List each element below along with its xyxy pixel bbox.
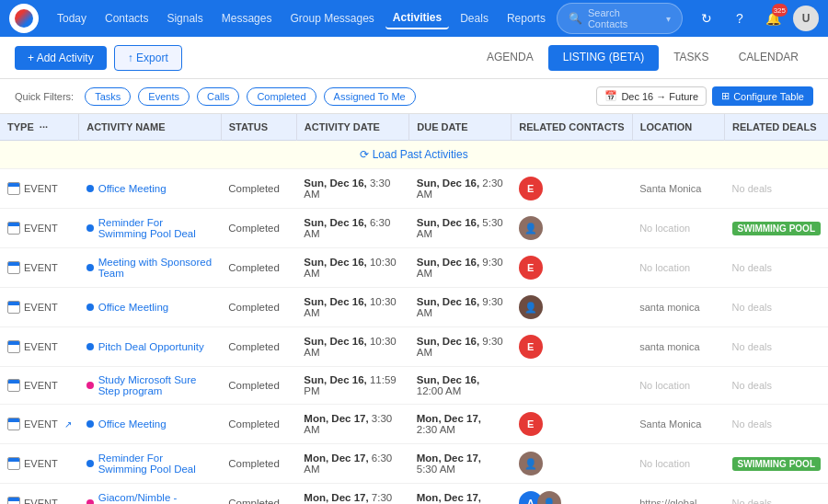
activities-table-wrap: TYPE ··· ACTIVITY NAME STATUS ACTIVITY D… [0, 114, 828, 504]
activity-name-link[interactable]: Office Meeting [98, 418, 167, 430]
configure-table-button[interactable]: ⊞ Configure Table [712, 86, 813, 106]
type-label: EVENT [24, 458, 58, 469]
activity-name-link[interactable]: Pitch Deal Opportunity [98, 341, 204, 352]
activity-date-bold: Sun, Dec 16, [304, 336, 366, 347]
contact-avatar[interactable]: 👤 [519, 452, 543, 475]
location-text: Santa Monica [639, 418, 701, 430]
status-dot [86, 420, 94, 428]
contact-avatar[interactable]: E [519, 177, 543, 200]
activity-name-link[interactable]: Office Meeting [98, 183, 167, 194]
no-location: No location [639, 380, 690, 391]
search-box[interactable]: 🔍 Search Contacts ▾ [557, 3, 683, 34]
deals-cell: No deals [725, 327, 828, 367]
nav-messages[interactable]: Messages [214, 8, 280, 29]
nav-today[interactable]: Today [50, 8, 94, 29]
type-label: EVENT [24, 341, 58, 352]
contact-avatar[interactable]: E [519, 335, 543, 359]
activity-date-cell: Sun, Dec 16, 11:59 PM [296, 367, 408, 405]
status-dot [86, 382, 94, 389]
activity-name-cell: Giacom/Nimble - Cadence Call [79, 484, 222, 505]
nav-signals[interactable]: Signals [159, 8, 210, 29]
no-deals: No deals [732, 418, 772, 430]
nav-deals[interactable]: Deals [453, 8, 496, 29]
tab-agenda[interactable]: AGENDA [472, 45, 548, 71]
contact-avatar[interactable]: E [519, 256, 543, 280]
type-cell: EVENT [0, 209, 79, 248]
refresh-button[interactable]: ↻ [694, 6, 719, 31]
calendar-icon: 📅 [604, 90, 617, 102]
col-activity-date: ACTIVITY DATE [296, 114, 408, 141]
activity-date-cell: Mon, Dec 17, 6:30 AM [296, 444, 408, 484]
due-date-bold: Mon, Dec 17, [417, 492, 481, 503]
activity-date-bold: Sun, Dec 16, [304, 217, 366, 228]
filter-assigned-to-me[interactable]: Assigned To Me [324, 87, 416, 106]
app-logo[interactable] [9, 4, 39, 33]
status-text: Completed [228, 418, 280, 430]
due-date-bold: Sun, Dec 16, [417, 336, 479, 347]
status-text: Completed [228, 262, 280, 273]
type-cell: EVENT [0, 484, 79, 505]
table-row: EVENT Pitch Deal Opportunity CompletedSu… [0, 327, 828, 367]
deals-cell: No deals [725, 405, 828, 444]
nav-reports[interactable]: Reports [500, 8, 553, 29]
due-date-rest: 5:30 AM [417, 464, 455, 475]
contact-avatar[interactable]: 👤 [519, 216, 543, 240]
no-location: No location [639, 262, 690, 273]
no-deals: No deals [732, 380, 772, 391]
search-placeholder: Search Contacts [588, 7, 661, 29]
activity-name-link[interactable]: Office Meetling [98, 302, 169, 313]
filter-events[interactable]: Events [138, 87, 190, 106]
help-button[interactable]: ? [727, 6, 753, 31]
activity-name-link[interactable]: Giacom/Nimble - Cadence Call [98, 492, 214, 504]
activity-name-link[interactable]: Study Microsoft Sure Step program [98, 374, 214, 396]
status-cell: Completed [221, 484, 296, 505]
activity-name-link[interactable]: Meeting with Sponsored Team [98, 257, 214, 279]
load-past-row[interactable]: ⟳ Load Past Activities [0, 141, 828, 169]
user-avatar[interactable]: U [793, 6, 819, 31]
due-date-rest: 12:00 AM [417, 385, 462, 396]
search-icon: 🔍 [569, 12, 582, 25]
search-dropdown-icon[interactable]: ▾ [666, 14, 671, 24]
grid-icon: ⊞ [721, 90, 730, 102]
export-button[interactable]: ↑ Export [114, 45, 182, 71]
tab-listing[interactable]: LISTING (BETA) [548, 45, 659, 71]
deals-cell: No deals [725, 169, 828, 209]
status-dot [86, 499, 94, 504]
status-cell: Completed [221, 288, 296, 327]
no-deals: No deals [732, 341, 772, 352]
filter-bar: Quick Filters: Tasks Events Calls Comple… [0, 79, 828, 114]
status-dot [86, 304, 94, 311]
activity-name-link[interactable]: Reminder For Swimming Pool Deal [98, 452, 214, 475]
tab-tasks[interactable]: TASKS [659, 45, 723, 71]
due-date-cell: Sun, Dec 16, 9:30 AM [409, 288, 512, 327]
contact-avatar[interactable]: E [519, 412, 543, 436]
activity-date-cell: Mon, Dec 17, 3:30 AM [296, 405, 408, 444]
location-cell: santa monica [632, 327, 724, 367]
calendar-icon [7, 182, 20, 195]
filter-completed[interactable]: Completed [247, 87, 316, 106]
activity-name-cell: Study Microsoft Sure Step program [79, 367, 222, 405]
activity-date-cell: Sun, Dec 16, 10:30 AM [296, 288, 408, 327]
add-activity-button[interactable]: + Add Activity [15, 46, 107, 70]
nav-contacts[interactable]: Contacts [98, 8, 155, 29]
activity-date-cell: Sun, Dec 16, 6:30 AM [296, 209, 408, 248]
activity-name-cell: Reminder For Swimming Pool Deal [79, 444, 222, 484]
status-dot [86, 460, 94, 467]
deal-tag[interactable]: SWIMMING POOL [732, 222, 821, 235]
contact-avatar[interactable]: 👤 [519, 295, 543, 319]
deal-tag[interactable]: SWIMMING POOL [732, 457, 821, 471]
activity-date-bold: Sun, Dec 16, [304, 257, 366, 268]
activity-name-link[interactable]: Reminder For Swimming Pool Deal [98, 217, 214, 239]
type-label: EVENT [24, 418, 58, 430]
activity-name-cell: Meeting with Sponsored Team [79, 248, 222, 288]
date-range-picker[interactable]: 📅 Dec 16 → Future [596, 86, 707, 106]
tab-calendar[interactable]: CALENDAR [724, 45, 813, 71]
filter-calls[interactable]: Calls [197, 87, 239, 106]
notifications-button[interactable]: 🔔 325 [760, 6, 786, 31]
nav-group-messages[interactable]: Group Messages [282, 8, 381, 29]
activity-date-cell: Sun, Dec 16, 10:30 AM [296, 248, 408, 288]
filter-tasks[interactable]: Tasks [85, 87, 131, 106]
contact-avatar-2[interactable]: 👤 [537, 491, 561, 504]
nav-activities[interactable]: Activities [385, 7, 449, 29]
load-past-label[interactable]: ⟳ Load Past Activities [0, 141, 828, 169]
